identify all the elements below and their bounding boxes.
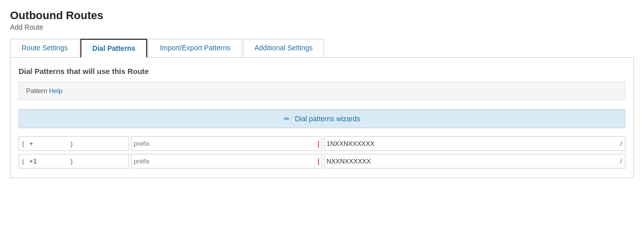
section-title: Dial Patterns that will use this Route [19, 67, 625, 75]
prefix-field-1: | [131, 136, 322, 151]
match-suffix-2: / [617, 154, 625, 168]
callid-suffix-1: ) [67, 137, 75, 150]
table-row: ( ) | / [19, 136, 625, 151]
wizard-button-label: Dial patterns wizards [295, 115, 360, 123]
tab-content: Dial Patterns that will use this Route P… [10, 58, 634, 178]
match-input-2[interactable] [325, 154, 617, 168]
callid-field-1: ( ) [19, 136, 129, 151]
callid-prefix-1: ( [19, 137, 27, 150]
page-subtitle: Add Route [10, 23, 634, 31]
table-row: ( ) | / [19, 154, 625, 169]
prefix-input-2[interactable] [132, 154, 315, 168]
wizard-icon: ✏ [284, 115, 290, 123]
callid-suffix-2: ) [67, 154, 75, 168]
page-title: Outbound Routes [10, 9, 634, 22]
match-field-1: / [324, 136, 625, 151]
pipe-sep-1: | [315, 139, 321, 148]
callid-input-1[interactable] [27, 137, 67, 150]
prefix-field-2: | [131, 154, 322, 169]
tabs-bar: Route Settings Dial Patterns Import/Expo… [10, 38, 634, 58]
tab-additional-settings[interactable]: Additional Settings [243, 39, 325, 58]
dial-patterns-wizard-button[interactable]: ✏ Dial patterns wizards [19, 109, 625, 128]
match-suffix-1: / [617, 137, 625, 150]
pattern-help-text: Pattern [26, 87, 47, 95]
pattern-rows: ( ) | / ( ) [19, 136, 625, 169]
tab-dial-patterns[interactable]: Dial Patterns [80, 39, 148, 58]
callid-prefix-2: ( [19, 154, 27, 168]
pattern-help-bar: Pattern Help [19, 81, 625, 100]
tab-route-settings[interactable]: Route Settings [10, 39, 79, 58]
match-field-2: / [324, 154, 625, 169]
pipe-sep-2: | [315, 157, 321, 165]
pattern-help-link[interactable]: Help [49, 87, 63, 95]
tab-import-export[interactable]: Import/Export Patterns [148, 39, 242, 58]
prefix-input-1[interactable] [132, 137, 315, 150]
callid-input-2[interactable] [27, 154, 67, 168]
callid-field-2: ( ) [19, 154, 129, 169]
match-input-1[interactable] [325, 137, 617, 150]
